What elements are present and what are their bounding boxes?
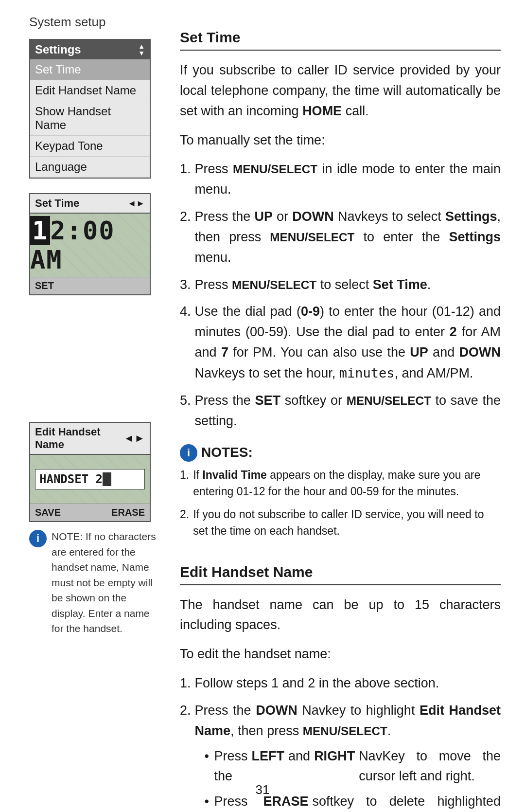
edit-step-2: 2. Press the DOWN Navkey to highlight Ed… <box>180 701 501 812</box>
bullet-1: Press the LEFT and RIGHT NavKey to move … <box>205 746 501 787</box>
bullet-2: Press the ERASE softkey to delete highli… <box>205 792 501 812</box>
settings-menu-header: Settings ▲▼ <box>30 40 150 59</box>
edit-handset-steps: 1. Follow steps 1 and 2 in the above sec… <box>180 673 501 812</box>
handset-note-text: NOTE: If no characters are entered for t… <box>52 529 160 636</box>
edit-step-1: 1. Follow steps 1 and 2 in the above sec… <box>180 673 501 694</box>
step-1: 1. Press MENU/SELECT in idle mode to ent… <box>180 159 501 200</box>
settings-menu-item-showhandset[interactable]: Show Handset Name <box>30 101 150 136</box>
edit-handset-footer: SAVE ERASE <box>30 504 150 521</box>
page-number: 31 <box>256 782 270 797</box>
home-bold: HOME <box>302 104 342 118</box>
set-time-intro: If you subscribe to caller ID service pr… <box>180 60 501 122</box>
edit-handset-header-label: Edit Handset Name <box>35 426 123 451</box>
step-3: 3. Press MENU/SELECT to select Set Time. <box>180 275 501 295</box>
set-time-widget-header: Set Time ◄► <box>30 194 150 214</box>
settings-menu-title: Settings <box>35 43 81 56</box>
notes-info-icon: i <box>180 444 197 462</box>
handset-note-box: i NOTE: If no characters are entered for… <box>29 529 160 636</box>
handset-name-value: HANDSET 2 <box>39 472 103 486</box>
left-column: Settings ▲▼ Set Time Edit Handset Name S… <box>29 39 160 636</box>
notes-list: 1. If Invalid Time appears on the displa… <box>180 467 501 540</box>
notes-section: i NOTES: 1. If Invalid Time appears on t… <box>180 443 501 540</box>
settings-menu-arrows: ▲▼ <box>138 43 145 56</box>
edit-handset-sub-intro: To edit the handset name: <box>180 644 501 665</box>
settings-menu-item-settime[interactable]: Set Time <box>30 59 150 80</box>
info-icon: i <box>29 530 47 547</box>
handset-input-cursor <box>103 472 111 486</box>
set-time-section: Set Time If you subscribe to caller ID s… <box>180 29 501 540</box>
edit-handset-nav-arrows: ◄► <box>123 432 145 445</box>
settings-menu-widget: Settings ▲▼ Set Time Edit Handset Name S… <box>29 39 151 179</box>
settings-menu-item-edithandset[interactable]: Edit Handset Name <box>30 80 150 101</box>
set-time-body: 12:00 AM <box>30 214 150 277</box>
erase-softkey[interactable]: ERASE <box>111 507 145 518</box>
handset-name-input[interactable]: HANDSET 2 <box>35 469 145 489</box>
save-softkey[interactable]: SAVE <box>35 507 61 518</box>
settings-menu-item-keypadtone[interactable]: Keypad Tone <box>30 136 150 157</box>
set-time-nav-arrows: ◄► <box>127 198 145 209</box>
set-time-manual-intro: To manually set the time: <box>180 130 501 151</box>
set-time-steps: 1. Press MENU/SELECT in idle mode to ent… <box>180 159 501 431</box>
notes-header: i NOTES: <box>180 443 501 462</box>
step-2: 2. Press the UP or DOWN Navkeys to selec… <box>180 207 501 268</box>
notes-label: NOTES: <box>201 445 253 460</box>
edit-handset-section: Edit Handset Name The handset name can b… <box>180 564 501 812</box>
set-time-header-label: Set Time <box>35 197 79 210</box>
edit-handset-section-title: Edit Handset Name <box>180 564 501 585</box>
set-time-widget: Set Time ◄► 12:00 AM SET <box>29 193 151 295</box>
page-header: System setup <box>29 15 106 30</box>
set-time-footer[interactable]: SET <box>30 277 150 294</box>
note-2: 2. If you do not subscribe to caller ID … <box>180 506 501 540</box>
edit-handset-widget: Edit Handset Name ◄► HANDSET 2 SAVE ERAS… <box>29 422 151 522</box>
time-cursor-char: 1 <box>30 216 50 245</box>
settings-menu-item-language[interactable]: Language <box>30 157 150 178</box>
time-display: 12:00 AM <box>30 216 150 274</box>
handset-note-content: NOTE: If no characters are entered for t… <box>52 531 156 634</box>
set-time-section-title: Set Time <box>180 29 501 51</box>
edit-handset-body: HANDSET 2 <box>30 455 150 504</box>
step-5: 5. Press the SET softkey or MENU/SELECT … <box>180 391 501 432</box>
edit-handset-header: Edit Handset Name ◄► <box>30 423 150 455</box>
step-4: 4. Use the dial pad (0-9) to enter the h… <box>180 302 501 383</box>
note-1: 1. If Invalid Time appears on the displa… <box>180 467 501 500</box>
edit-step-2-bullets: Press the LEFT and RIGHT NavKey to move … <box>195 746 501 812</box>
edit-handset-intro: The handset name can be up to 15 charact… <box>180 595 501 636</box>
right-column: Set Time If you subscribe to caller ID s… <box>180 29 501 812</box>
